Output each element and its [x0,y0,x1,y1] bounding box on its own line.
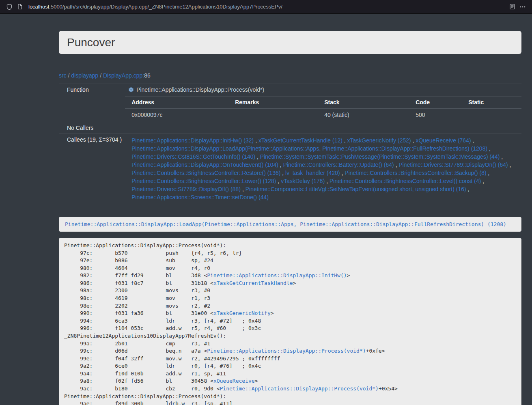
callee-link[interactable]: xQueueReceive (764) [416,137,471,144]
breadcrumb-link[interactable]: displayapp [71,72,98,79]
code-symbol-link[interactable]: xQueueReceive [213,378,255,384]
callee-link[interactable]: Pinetime::Applications::DisplayApp::Init… [131,137,254,144]
code-symbol-link[interactable]: xTaskGetCurrentTaskHandle [213,280,293,286]
callee-link[interactable]: Pinetime::Drivers::St7789::DisplayOn() (… [398,162,508,168]
callee-link[interactable]: Pinetime::Applications::DisplayApp::OnTo… [131,162,278,168]
callee-link[interactable]: Pinetime::Controllers::BrightnessControl… [330,178,481,184]
code-symbol-link[interactable]: xTaskGenericNotify [213,310,271,316]
table-cell [228,108,318,122]
callees-row: Callees (19, Σ=3704 ) Pinetime::Applicat… [59,134,521,207]
address-table: AddressRemarksStackCodeStatic 0x0000097c… [125,96,521,122]
breadcrumb-link[interactable]: DisplayApp.cpp: [103,72,144,79]
column-header: Remarks [228,97,318,109]
callee-link[interactable]: Pinetime::Controllers::BrightnessControl… [345,170,486,176]
reader-mode-icon[interactable] [507,2,517,12]
no-callers-label: No Callers [59,122,521,134]
browser-chrome: localhost:5000/path/src/displayapp/Displ… [0,0,532,14]
column-header: Address [125,97,228,109]
url-bar[interactable]: localhost:5000/path/src/displayapp/Displ… [28,4,504,10]
callee-link[interactable]: Pinetime::Applications::Screens::Timer::… [131,194,269,200]
callee-link[interactable]: lv_task_handler (420) [285,170,340,176]
table-cell: 40 (static) [318,108,409,122]
more-options-icon[interactable] [517,2,528,12]
code-symbol-link[interactable]: Pinetime::Applications::DisplayApp::Init… [207,272,347,278]
callee-link[interactable]: Pinetime::Drivers::St7789::DisplayOff() … [131,186,241,192]
table-row: 0x0000097c40 (static)500 [125,108,521,122]
callee-link[interactable]: Pinetime::Drivers::Cst816S::GetTouchInfo… [131,153,255,160]
callee-link[interactable]: xTaskGetCurrentTaskHandle (12) [258,137,342,144]
page-title: Puncover [67,36,115,49]
callee-link[interactable]: xTaskGenericNotify (252) [347,137,411,144]
disassembly: Pinetime::Applications::DisplayApp::Proc… [59,238,521,405]
callee-link[interactable]: Pinetime::Controllers::BrightnessControl… [131,170,280,176]
url-path: :5000/path/src/displayapp/DisplayApp.cpp… [49,4,282,10]
callee-link[interactable]: Pinetime::System::SystemTask::PushMessag… [260,153,500,160]
table-cell: 0x0000097c [125,108,228,122]
column-header: Static [462,97,521,109]
callee-link[interactable]: Pinetime::Controllers::Battery::Update()… [283,162,394,168]
table-cell [462,108,521,122]
no-callers-row: No Callers [59,122,521,134]
function-name: Pinetime::Applications::DisplayApp::Proc… [136,86,264,93]
divider [59,66,521,66]
page-header: Puncover [59,31,521,54]
callee-link[interactable]: Pinetime::Controllers::BrightnessControl… [131,178,276,184]
symbol-detail-table: Function Pinetime::Applications::Display… [59,84,521,206]
callees-label: Callees (19, Σ=3704 ) [59,134,125,207]
breadcrumb-separator: / [98,72,103,79]
breadcrumb: src / displayapp / DisplayApp.cpp:86 [59,72,521,79]
function-row: Function Pinetime::Applications::Display… [59,84,521,97]
callees-list: Pinetime::Applications::DisplayApp::Init… [125,134,521,207]
callee-link[interactable]: Pinetime::Components::LittleVgl::SetNewT… [246,186,466,192]
table-cell: 500 [409,108,462,122]
highlighted-symbol-link[interactable]: Pinetime::Applications::DisplayApp::Load… [65,221,506,227]
function-row-label: Function [59,84,125,97]
url-host: localhost [28,4,49,10]
breadcrumb-text: 86 [144,72,151,79]
highlighted-symbol: Pinetime::Applications::DisplayApp::Load… [59,217,521,232]
address-table-header: AddressRemarksStackCodeStatic [125,97,521,109]
code-symbol-link[interactable]: Pinetime::Applications::DisplayApp::Proc… [220,386,379,392]
breadcrumb-link[interactable]: src [59,72,67,79]
page-info-icon[interactable] [15,2,25,12]
column-header: Stack [318,97,409,109]
shield-icon[interactable] [4,2,15,12]
page-container: Puncover src / displayapp / DisplayApp.c… [59,31,521,405]
function-cube-icon [128,87,134,94]
callee-link[interactable]: Pinetime::Applications::DisplayApp::Load… [131,145,487,152]
address-table-row: AddressRemarksStackCodeStatic 0x0000097c… [59,96,521,122]
callee-link[interactable]: vTaskDelay (176) [281,178,325,184]
breadcrumb-separator: / [67,72,71,79]
code-symbol-link[interactable]: Pinetime::Applications::DisplayApp::Proc… [207,348,366,354]
column-header: Code [409,97,462,109]
